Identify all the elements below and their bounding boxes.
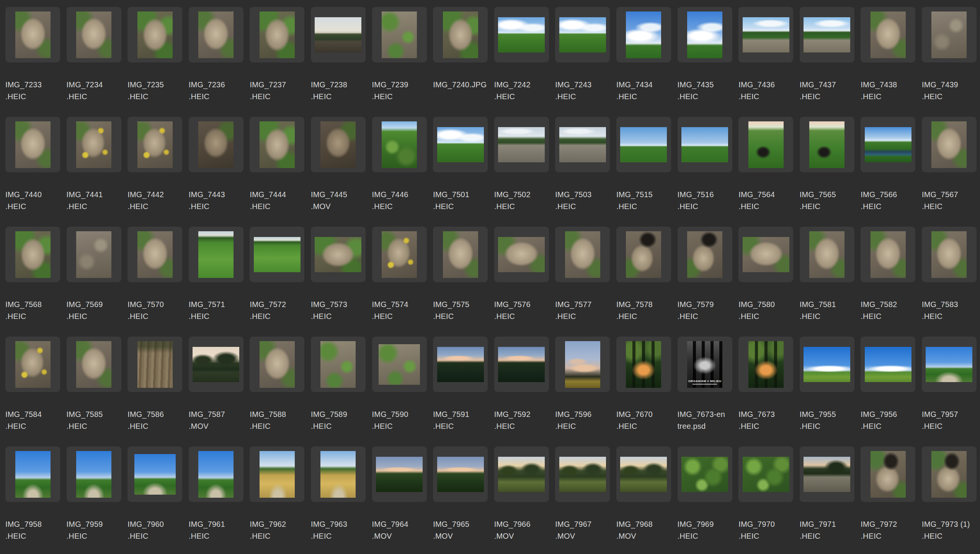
file-thumbnail[interactable] — [620, 457, 667, 492]
file-thumbnail[interactable] — [620, 127, 667, 162]
file-item[interactable]: IMG_7961.HEIC — [189, 446, 250, 554]
file-item[interactable]: IMG_7516.HEIC — [678, 117, 739, 227]
file-thumbnail[interactable] — [437, 127, 484, 162]
file-item[interactable]: IMG_7590.HEIC — [372, 337, 433, 446]
file-item[interactable]: IMG_7566.HEIC — [861, 117, 922, 227]
file-item[interactable]: IMG_7567.HEIC — [922, 117, 980, 227]
file-thumbnail[interactable] — [565, 231, 600, 278]
file-item[interactable]: IMG_7596.HEIC — [555, 337, 616, 446]
file-item[interactable]: IMG_7236.HEIC — [189, 7, 250, 117]
file-thumbnail[interactable] — [748, 341, 784, 388]
file-thumbnail[interactable] — [559, 457, 606, 492]
file-item[interactable]: IMG_7445.MOV — [311, 117, 372, 227]
file-thumbnail[interactable] — [565, 341, 600, 388]
file-item[interactable]: IMG_7963.HEIC — [311, 446, 372, 554]
file-item[interactable]: IMG_7973 (1).HEIC — [922, 446, 980, 554]
file-thumbnail[interactable] — [76, 121, 111, 168]
file-thumbnail[interactable] — [498, 457, 545, 492]
file-thumbnail[interactable] — [559, 127, 606, 162]
file-thumbnail[interactable] — [15, 11, 51, 58]
file-item[interactable]: IMG_7439.HEIC — [922, 7, 980, 117]
file-item[interactable]: IMG_7568.HEIC — [5, 227, 67, 337]
file-thumbnail[interactable] — [626, 231, 661, 278]
file-item[interactable]: IMG_7578.HEIC — [616, 227, 678, 337]
file-thumbnail[interactable] — [198, 231, 234, 278]
file-item[interactable]: IMG_7573.HEIC — [311, 227, 372, 337]
file-thumbnail[interactable]: ORGANISM ≠ MILIEU — [687, 341, 722, 388]
file-item[interactable]: IMG_7576.HEIC — [494, 227, 555, 337]
file-thumbnail[interactable] — [931, 231, 967, 278]
file-thumbnail[interactable] — [498, 17, 545, 52]
file-thumbnail[interactable] — [260, 121, 295, 168]
file-thumbnail[interactable] — [804, 457, 850, 492]
file-thumbnail[interactable] — [931, 451, 967, 498]
file-item[interactable]: IMG_7238.HEIC — [311, 7, 372, 117]
file-item[interactable]: IMG_7581.HEIC — [800, 227, 861, 337]
file-item[interactable]: IMG_7443.HEIC — [189, 117, 250, 227]
file-thumbnail[interactable] — [443, 231, 478, 278]
file-thumbnail[interactable] — [748, 121, 784, 168]
file-thumbnail[interactable] — [743, 237, 789, 272]
file-thumbnail[interactable] — [198, 451, 234, 498]
file-item[interactable]: IMG_7960.HEIC — [127, 446, 189, 554]
file-thumbnail[interactable] — [379, 344, 420, 385]
file-item[interactable]: IMG_7589.HEIC — [311, 337, 372, 446]
file-thumbnail[interactable] — [498, 127, 545, 162]
file-item[interactable]: IMG_7564.HEIC — [738, 117, 800, 227]
file-item[interactable]: IMG_7237.HEIC — [250, 7, 311, 117]
file-item[interactable]: IMG_7574.HEIC — [372, 227, 433, 337]
file-thumbnail[interactable] — [76, 11, 111, 58]
file-item[interactable]: IMG_7565.HEIC — [800, 117, 861, 227]
file-thumbnail[interactable] — [198, 121, 234, 168]
file-thumbnail[interactable] — [382, 231, 417, 278]
file-item[interactable]: IMG_7967.MOV — [555, 446, 616, 554]
file-thumbnail[interactable] — [743, 17, 789, 52]
file-item[interactable]: IMG_7585.HEIC — [67, 337, 128, 446]
file-item[interactable]: IMG_7243.HEIC — [555, 7, 616, 117]
file-thumbnail[interactable] — [320, 341, 356, 388]
file-thumbnail[interactable] — [76, 341, 111, 388]
file-item[interactable]: IMG_7970.HEIC — [738, 446, 800, 554]
file-thumbnail[interactable] — [193, 347, 239, 382]
file-item[interactable]: IMG_7969.HEIC — [678, 446, 739, 554]
file-thumbnail[interactable] — [254, 237, 301, 272]
file-thumbnail[interactable] — [687, 11, 722, 58]
file-thumbnail[interactable] — [681, 457, 728, 492]
file-item[interactable]: IMG_7239.HEIC — [372, 7, 433, 117]
file-thumbnail[interactable] — [809, 121, 844, 168]
file-thumbnail[interactable] — [137, 11, 173, 58]
file-item[interactable]: IMG_7964.MOV — [372, 446, 433, 554]
file-item[interactable]: IMG_7569.HEIC — [67, 227, 128, 337]
file-item[interactable]: IMG_7670.HEIC — [616, 337, 678, 446]
file-thumbnail[interactable] — [804, 17, 850, 52]
file-item[interactable]: IMG_7965.MOV — [433, 446, 494, 554]
file-item[interactable]: IMG_7440.HEIC — [5, 117, 67, 227]
file-thumbnail[interactable] — [320, 451, 356, 498]
file-item[interactable]: IMG_7966.MOV — [494, 446, 555, 554]
file-thumbnail[interactable] — [320, 121, 356, 168]
file-thumbnail[interactable] — [626, 341, 661, 388]
file-item[interactable]: IMG_7444.HEIC — [250, 117, 311, 227]
file-thumbnail[interactable] — [926, 347, 972, 382]
file-thumbnail[interactable] — [15, 231, 51, 278]
file-item[interactable]: IMG_7435.HEIC — [678, 7, 739, 117]
file-thumbnail[interactable] — [871, 451, 906, 498]
file-item[interactable]: IMG_7955.HEIC — [800, 337, 861, 446]
file-thumbnail[interactable] — [315, 237, 361, 272]
file-item[interactable]: IMG_7434.HEIC — [616, 7, 678, 117]
file-thumbnail[interactable] — [382, 11, 417, 58]
file-thumbnail[interactable] — [15, 451, 51, 498]
file-item[interactable]: IMG_7233.HEIC — [5, 7, 67, 117]
file-item[interactable]: IMG_7571.HEIC — [189, 227, 250, 337]
file-thumbnail[interactable] — [260, 341, 295, 388]
file-thumbnail[interactable] — [871, 231, 906, 278]
file-item[interactable]: IMG_7234.HEIC — [67, 7, 128, 117]
file-thumbnail[interactable] — [76, 231, 111, 278]
file-thumbnail[interactable] — [804, 347, 850, 382]
file-thumbnail[interactable] — [865, 127, 911, 162]
file-thumbnail[interactable] — [626, 11, 661, 58]
file-thumbnail[interactable] — [871, 11, 906, 58]
file-item[interactable]: ORGANISM ≠ MILIEU IMG_7673-entree.psd — [678, 337, 739, 446]
file-item[interactable]: IMG_7583.HEIC — [922, 227, 980, 337]
file-thumbnail[interactable] — [681, 127, 728, 162]
